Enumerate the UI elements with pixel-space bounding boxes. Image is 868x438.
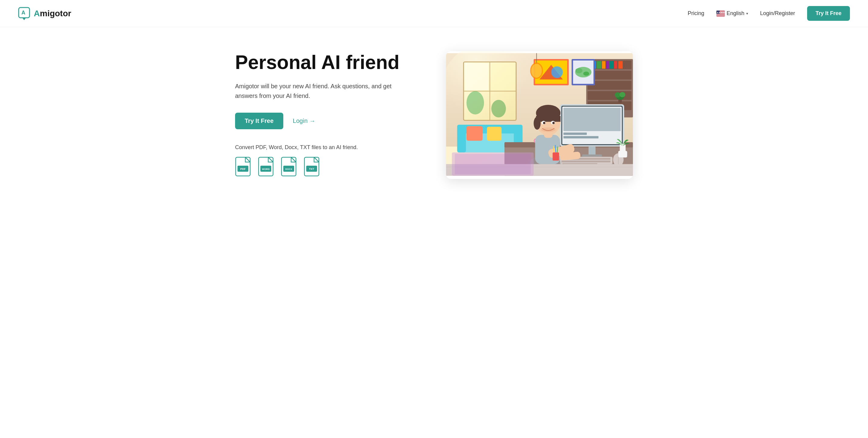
hero-image-container: [446, 51, 633, 179]
svg-point-62: [531, 64, 542, 78]
navbar: A Amigotor Pricing ★★★★★★ English: [0, 0, 868, 27]
svg-line-115: [554, 146, 554, 153]
navbar-try-it-free-button[interactable]: Try It Free: [807, 6, 850, 21]
svg-rect-7: [716, 14, 725, 15]
svg-rect-65: [457, 125, 466, 153]
logo-text: Amigotor: [34, 9, 71, 19]
svg-line-117: [557, 147, 558, 153]
svg-rect-87: [618, 151, 627, 157]
svg-point-106: [534, 117, 541, 130]
svg-point-58: [575, 68, 582, 73]
hero-actions: Try It Free Login →: [235, 113, 410, 129]
svg-point-109: [543, 122, 546, 124]
svg-point-111: [541, 127, 555, 132]
svg-rect-80: [582, 155, 602, 157]
svg-point-110: [553, 122, 555, 124]
login-arrow-icon: →: [310, 117, 315, 125]
logo[interactable]: A Amigotor: [18, 7, 71, 20]
login-register-link[interactable]: Login/Register: [760, 10, 795, 16]
hero-title: Personal AI friend: [235, 52, 410, 73]
svg-text:WORD: WORD: [262, 168, 270, 170]
svg-rect-114: [553, 153, 559, 161]
svg-rect-29: [465, 63, 489, 90]
hero-login-link[interactable]: Login →: [293, 117, 315, 125]
svg-line-116: [555, 145, 556, 153]
pricing-link[interactable]: Pricing: [688, 10, 704, 16]
word-file-icon: WORD: [258, 157, 276, 178]
hero-left: Personal AI friend Amigotor will be your…: [235, 52, 410, 178]
file-icons: PDF WORD DOCX: [235, 157, 410, 178]
svg-rect-79: [589, 147, 595, 156]
svg-text:PDF: PDF: [240, 167, 246, 170]
hero-try-it-free-button[interactable]: Try It Free: [235, 113, 283, 129]
flag-icon: ★★★★★★: [716, 10, 725, 16]
svg-rect-30: [491, 63, 515, 90]
hero-right: [446, 51, 633, 179]
svg-rect-41: [597, 61, 601, 69]
svg-rect-44: [610, 61, 614, 69]
svg-rect-43: [606, 61, 609, 69]
svg-rect-45: [614, 61, 617, 69]
svg-text:DOCX: DOCX: [285, 168, 292, 170]
svg-rect-77: [563, 133, 587, 135]
svg-rect-46: [618, 61, 623, 69]
svg-rect-67: [467, 126, 483, 141]
svg-text:★★★★★★: ★★★★★★: [717, 11, 725, 13]
docx-file-icon: DOCX: [281, 157, 299, 178]
svg-rect-76: [563, 108, 621, 131]
nav-right: Pricing ★★★★★★ English ▾ Login/Register …: [688, 6, 850, 21]
svg-text:A: A: [22, 10, 25, 16]
svg-point-54: [551, 66, 563, 78]
svg-rect-8: [716, 15, 725, 16]
logo-icon: A: [18, 7, 31, 20]
login-label: Login: [293, 117, 308, 125]
language-label: English: [727, 10, 744, 16]
svg-rect-78: [563, 136, 598, 139]
svg-text:TXT: TXT: [309, 167, 315, 170]
pdf-file-icon: PDF: [235, 157, 253, 178]
convert-text: Convert PDF, Word, Docx, TXT files to an…: [235, 144, 410, 150]
hero-section: Personal AI friend Amigotor will be your…: [217, 27, 651, 203]
hero-illustration: [446, 51, 633, 178]
hero-subtitle: Amigotor will be your new AI friend. Ask…: [235, 81, 392, 101]
svg-point-32: [491, 100, 506, 117]
svg-rect-42: [602, 61, 606, 69]
svg-rect-121: [455, 154, 531, 174]
chevron-down-icon: ▾: [746, 11, 748, 16]
svg-point-50: [619, 92, 625, 97]
language-selector[interactable]: ★★★★★★ English ▾: [716, 10, 748, 16]
svg-rect-68: [487, 127, 501, 141]
svg-rect-83: [561, 161, 611, 162]
txt-file-icon: TXT: [304, 157, 322, 178]
svg-point-31: [467, 91, 484, 115]
svg-rect-88: [620, 144, 625, 152]
svg-point-59: [583, 72, 589, 76]
svg-rect-6: [716, 13, 725, 14]
